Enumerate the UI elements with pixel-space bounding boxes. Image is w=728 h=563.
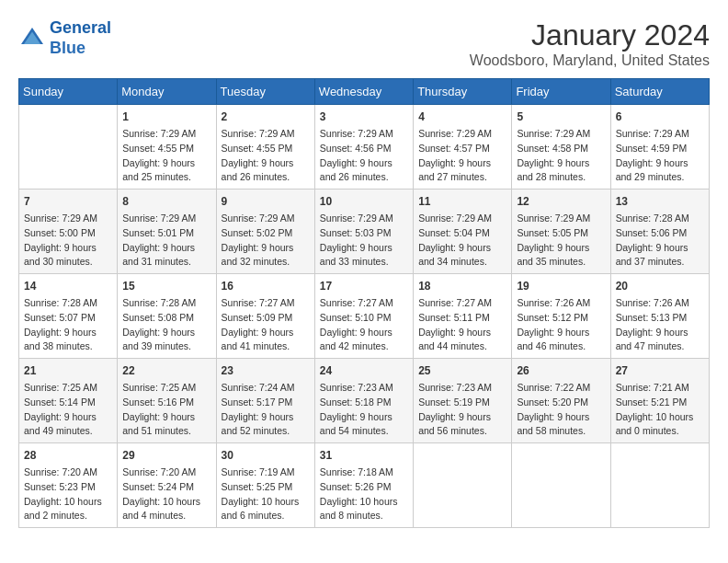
sunset-text: Sunset: 5:21 PM <box>616 396 688 408</box>
day-number: 17 <box>320 278 408 294</box>
sunrise-text: Sunrise: 7:25 AM <box>24 382 97 393</box>
calendar-cell: 23 Sunrise: 7:24 AM Sunset: 5:17 PM Dayl… <box>216 359 314 443</box>
daylight-text: Daylight: 9 hours and 26 minutes. <box>320 157 392 183</box>
calendar-cell <box>512 443 610 528</box>
logo-text: General Blue <box>50 18 111 58</box>
sunrise-text: Sunrise: 7:20 AM <box>24 466 97 477</box>
sunrise-text: Sunrise: 7:27 AM <box>418 297 492 308</box>
day-info: Sunrise: 7:24 AM Sunset: 5:17 PM Dayligh… <box>222 381 310 439</box>
calendar-cell: 17 Sunrise: 7:27 AM Sunset: 5:10 PM Dayl… <box>314 274 413 359</box>
daylight-text: Daylight: 9 hours and 38 minutes. <box>24 327 97 352</box>
sunset-text: Sunset: 5:16 PM <box>122 396 194 408</box>
calendar-cell: 7 Sunrise: 7:29 AM Sunset: 5:00 PM Dayli… <box>19 190 118 274</box>
day-info: Sunrise: 7:27 AM Sunset: 5:10 PM Dayligh… <box>320 296 408 354</box>
logo-icon <box>18 25 46 52</box>
calendar-cell: 19 Sunrise: 7:26 AM Sunset: 5:12 PM Dayl… <box>512 274 610 359</box>
day-info: Sunrise: 7:29 AM Sunset: 4:58 PM Dayligh… <box>517 127 605 185</box>
sunrise-text: Sunrise: 7:25 AM <box>122 382 196 393</box>
daylight-text: Daylight: 9 hours and 31 minutes. <box>122 242 195 268</box>
daylight-text: Daylight: 9 hours and 51 minutes. <box>122 411 195 437</box>
daylight-text: Daylight: 9 hours and 39 minutes. <box>122 327 195 352</box>
sunset-text: Sunset: 5:05 PM <box>517 227 588 238</box>
sunset-text: Sunset: 5:12 PM <box>517 312 588 323</box>
calendar-week-0: 1 Sunrise: 7:29 AM Sunset: 4:55 PM Dayli… <box>19 105 710 190</box>
sunset-text: Sunset: 4:55 PM <box>122 143 194 154</box>
sunset-text: Sunset: 5:24 PM <box>122 481 194 492</box>
header-wednesday: Wednesday <box>314 79 413 105</box>
calendar-cell: 2 Sunrise: 7:29 AM Sunset: 4:55 PM Dayli… <box>216 105 314 190</box>
calendar-week-3: 21 Sunrise: 7:25 AM Sunset: 5:14 PM Dayl… <box>19 359 710 443</box>
daylight-text: Daylight: 9 hours and 41 minutes. <box>222 327 294 352</box>
day-number: 10 <box>320 193 408 210</box>
daylight-text: Daylight: 9 hours and 29 minutes. <box>616 157 688 183</box>
logo-line1: General <box>50 18 111 37</box>
sunrise-text: Sunrise: 7:19 AM <box>222 466 295 477</box>
day-info: Sunrise: 7:18 AM Sunset: 5:26 PM Dayligh… <box>320 465 408 523</box>
sunset-text: Sunset: 4:57 PM <box>418 143 490 154</box>
sunrise-text: Sunrise: 7:29 AM <box>122 128 196 139</box>
calendar-title: January 2024 <box>470 18 710 52</box>
day-number: 26 <box>517 362 605 379</box>
day-info: Sunrise: 7:28 AM Sunset: 5:08 PM Dayligh… <box>122 296 210 354</box>
calendar-cell: 6 Sunrise: 7:29 AM Sunset: 4:59 PM Dayli… <box>610 105 709 190</box>
header-saturday: Saturday <box>610 79 709 105</box>
sunset-text: Sunset: 4:58 PM <box>517 143 588 154</box>
header-thursday: Thursday <box>414 79 512 105</box>
calendar-week-2: 14 Sunrise: 7:28 AM Sunset: 5:07 PM Dayl… <box>19 274 710 359</box>
sunrise-text: Sunrise: 7:29 AM <box>222 128 295 139</box>
calendar-cell <box>19 105 118 190</box>
sunset-text: Sunset: 5:08 PM <box>122 312 194 323</box>
sunrise-text: Sunrise: 7:28 AM <box>24 297 97 308</box>
day-number: 8 <box>122 193 210 210</box>
page-header: General Blue January 2024 Woodsboro, Mar… <box>18 18 710 69</box>
day-info: Sunrise: 7:21 AM Sunset: 5:21 PM Dayligh… <box>616 381 704 439</box>
daylight-text: Daylight: 9 hours and 28 minutes. <box>517 157 589 183</box>
daylight-text: Daylight: 9 hours and 46 minutes. <box>517 327 589 352</box>
header-row: Sunday Monday Tuesday Wednesday Thursday… <box>19 79 710 105</box>
sunrise-text: Sunrise: 7:29 AM <box>122 213 196 224</box>
daylight-text: Daylight: 10 hours and 8 minutes. <box>320 496 398 522</box>
day-number: 31 <box>320 447 408 464</box>
daylight-text: Daylight: 9 hours and 27 minutes. <box>418 157 491 183</box>
day-info: Sunrise: 7:22 AM Sunset: 5:20 PM Dayligh… <box>517 381 605 439</box>
day-info: Sunrise: 7:29 AM Sunset: 4:55 PM Dayligh… <box>222 127 310 185</box>
day-number: 24 <box>320 362 408 379</box>
day-info: Sunrise: 7:28 AM Sunset: 5:06 PM Dayligh… <box>616 212 704 270</box>
day-number: 18 <box>418 278 506 294</box>
sunset-text: Sunset: 5:03 PM <box>320 227 392 238</box>
daylight-text: Daylight: 10 hours and 6 minutes. <box>222 496 300 522</box>
calendar-subtitle: Woodsboro, Maryland, United States <box>470 52 710 69</box>
sunrise-text: Sunrise: 7:18 AM <box>320 466 393 477</box>
daylight-text: Daylight: 9 hours and 56 minutes. <box>418 411 491 437</box>
calendar-cell: 25 Sunrise: 7:23 AM Sunset: 5:19 PM Dayl… <box>414 359 512 443</box>
sunrise-text: Sunrise: 7:23 AM <box>418 382 492 393</box>
sunrise-text: Sunrise: 7:29 AM <box>517 128 590 139</box>
calendar-cell: 20 Sunrise: 7:26 AM Sunset: 5:13 PM Dayl… <box>610 274 709 359</box>
calendar-week-1: 7 Sunrise: 7:29 AM Sunset: 5:00 PM Dayli… <box>19 190 710 274</box>
daylight-text: Daylight: 10 hours and 2 minutes. <box>24 496 102 522</box>
calendar-cell: 28 Sunrise: 7:20 AM Sunset: 5:23 PM Dayl… <box>19 443 118 528</box>
calendar-cell: 8 Sunrise: 7:29 AM Sunset: 5:01 PM Dayli… <box>118 190 216 274</box>
daylight-text: Daylight: 9 hours and 58 minutes. <box>517 411 589 437</box>
sunset-text: Sunset: 5:07 PM <box>24 312 96 323</box>
sunrise-text: Sunrise: 7:20 AM <box>122 466 196 477</box>
calendar-cell: 22 Sunrise: 7:25 AM Sunset: 5:16 PM Dayl… <box>118 359 216 443</box>
sunset-text: Sunset: 5:00 PM <box>24 227 96 238</box>
calendar-cell: 9 Sunrise: 7:29 AM Sunset: 5:02 PM Dayli… <box>216 190 314 274</box>
daylight-text: Daylight: 9 hours and 26 minutes. <box>222 157 294 183</box>
sunrise-text: Sunrise: 7:29 AM <box>320 128 393 139</box>
sunset-text: Sunset: 5:02 PM <box>222 227 293 238</box>
sunset-text: Sunset: 5:20 PM <box>517 396 588 408</box>
day-info: Sunrise: 7:25 AM Sunset: 5:14 PM Dayligh… <box>24 381 112 439</box>
sunrise-text: Sunrise: 7:29 AM <box>418 213 492 224</box>
calendar-cell: 21 Sunrise: 7:25 AM Sunset: 5:14 PM Dayl… <box>19 359 118 443</box>
calendar-cell: 1 Sunrise: 7:29 AM Sunset: 4:55 PM Dayli… <box>118 105 216 190</box>
sunrise-text: Sunrise: 7:29 AM <box>517 213 590 224</box>
day-info: Sunrise: 7:29 AM Sunset: 5:00 PM Dayligh… <box>24 212 112 270</box>
daylight-text: Daylight: 9 hours and 32 minutes. <box>222 242 294 268</box>
day-info: Sunrise: 7:29 AM Sunset: 4:56 PM Dayligh… <box>320 127 408 185</box>
daylight-text: Daylight: 9 hours and 30 minutes. <box>24 242 97 268</box>
calendar-week-4: 28 Sunrise: 7:20 AM Sunset: 5:23 PM Dayl… <box>19 443 710 528</box>
daylight-text: Daylight: 9 hours and 54 minutes. <box>320 411 392 437</box>
day-number: 11 <box>418 193 506 210</box>
